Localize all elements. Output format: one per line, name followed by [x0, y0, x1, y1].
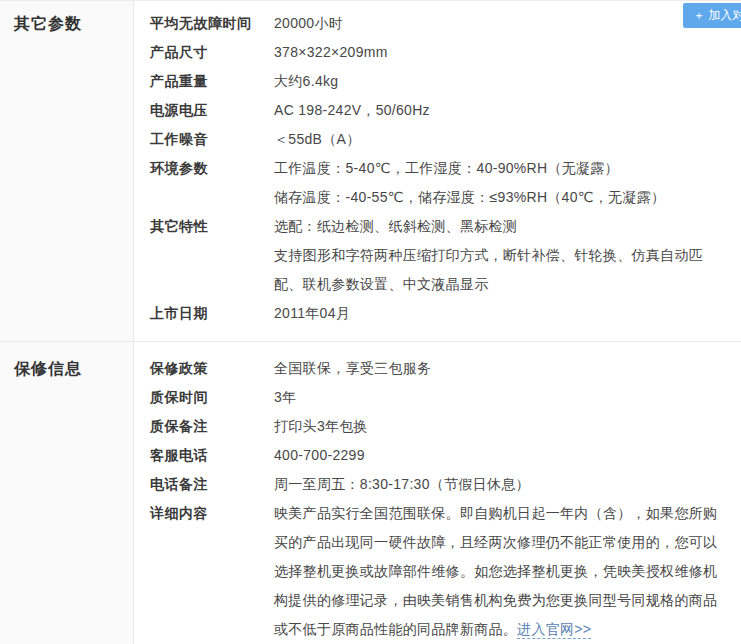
spec-value: 全国联保，享受三包服务 — [274, 354, 741, 383]
value-line: 周一至周五：8:30-17:30（节假日休息） — [274, 470, 741, 499]
spec-value: 大约6.4kg — [274, 67, 741, 96]
value-line: 全国联保，享受三包服务 — [274, 354, 741, 383]
spec-label: 保修政策 — [134, 354, 274, 383]
spec-label: 质保时间 — [134, 383, 274, 412]
spec-row: 工作噪音 ＜55dB（A） — [134, 125, 741, 154]
spec-row: 环境参数 工作温度：5-40℃，工作湿度：40-90%RH（无凝露）储存温度：-… — [134, 154, 741, 212]
section-rows: 平均无故障时间 20000小时 产品尺寸 378×322×209mm 产品重量 … — [134, 9, 741, 328]
spec-value: 打印头3年包换 — [274, 412, 741, 441]
spec-value: 20000小时 — [274, 9, 741, 38]
section-rows: 保修政策 全国联保，享受三包服务 质保时间 3年 质保备注 打印头3年包换 客服… — [134, 354, 741, 644]
value-line: 2011年04月 — [274, 299, 741, 328]
spec-row: 详细内容 映美产品实行全国范围联保。即自购机日起一年内（含），如果您所购买的产品… — [134, 499, 741, 644]
value-line: 储存温度：-40-55℃，储存湿度：≤93%RH（40℃，无凝露） — [274, 183, 741, 212]
spec-row: 产品重量 大约6.4kg — [134, 67, 741, 96]
value-line: 映美产品实行全国范围联保。即自购机日起一年内（含），如果您所购 — [274, 499, 741, 528]
spec-label: 电话备注 — [134, 470, 274, 499]
product-spec-page: 其它参数 平均无故障时间 20000小时 产品尺寸 378×322×209mm … — [0, 0, 741, 644]
spec-label: 产品尺寸 — [134, 38, 274, 67]
value-line: 选配：纸边检测、纸斜检测、黑标检测 — [274, 212, 741, 241]
spec-value: 映美产品实行全国范围联保。即自购机日起一年内（含），如果您所购买的产品出现同一硬… — [274, 499, 741, 644]
official-site-link[interactable]: 进入官网>> — [517, 621, 591, 639]
spec-row: 电源电压 AC 198-242V，50/60Hz — [134, 96, 741, 125]
spec-value: ＜55dB（A） — [274, 125, 741, 154]
spec-value: 400-700-2299 — [274, 441, 741, 470]
spec-label: 其它特性 — [134, 212, 274, 241]
spec-value: 选配：纸边检测、纸斜检测、黑标检测支持图形和字符两种压缩打印方式，断针补偿、针轮… — [274, 212, 741, 299]
spec-label: 环境参数 — [134, 154, 274, 183]
spec-value: AC 198-242V，50/60Hz — [274, 96, 741, 125]
spec-value: 2011年04月 — [274, 299, 741, 328]
spec-label: 工作噪音 — [134, 125, 274, 154]
value-line: 构提供的修理记录，由映美销售机构免费为您更换同型号同规格的商品 — [274, 586, 741, 615]
value-line: 378×322×209mm — [274, 38, 741, 67]
section-title: 其它参数 — [0, 9, 134, 38]
spec-row: 产品尺寸 378×322×209mm — [134, 38, 741, 67]
value-line: 配、联机参数设置、中文液晶显示 — [274, 270, 741, 299]
value-line: ＜55dB（A） — [274, 125, 741, 154]
spec-row: 上市日期 2011年04月 — [134, 299, 741, 328]
spec-label: 详细内容 — [134, 499, 274, 528]
value-line: 打印头3年包换 — [274, 412, 741, 441]
value-line: 买的产品出现同一硬件故障，且经两次修理仍不能正常使用的，您可以 — [274, 528, 741, 557]
value-line: 工作温度：5-40℃，工作湿度：40-90%RH（无凝露） — [274, 154, 741, 183]
spec-label: 客服电话 — [134, 441, 274, 470]
spec-section: 其它参数 平均无故障时间 20000小时 产品尺寸 378×322×209mm … — [0, 1, 741, 342]
value-line: 选择整机更换或故障部件维修。如您选择整机更换，凭映美授权维修机 — [274, 557, 741, 586]
spec-sections: 其它参数 平均无故障时间 20000小时 产品尺寸 378×322×209mm … — [0, 1, 741, 644]
spec-label: 质保备注 — [134, 412, 274, 441]
value-line: 20000小时 — [274, 9, 741, 38]
spec-row: 客服电话 400-700-2299 — [134, 441, 741, 470]
section-title: 保修信息 — [0, 354, 134, 383]
value-line: 400-700-2299 — [274, 441, 741, 470]
value-line: 支持图形和字符两种压缩打印方式，断针补偿、针轮换、仿真自动匹 — [274, 241, 741, 270]
value-line: 大约6.4kg — [274, 67, 741, 96]
spec-row: 平均无故障时间 20000小时 — [134, 9, 741, 38]
spec-label: 电源电压 — [134, 96, 274, 125]
spec-row: 其它特性 选配：纸边检测、纸斜检测、黑标检测支持图形和字符两种压缩打印方式，断针… — [134, 212, 741, 299]
spec-value: 3年 — [274, 383, 741, 412]
spec-section: 保修信息 保修政策 全国联保，享受三包服务 质保时间 3年 质保备注 打印头3年… — [0, 342, 741, 644]
value-line: 或不低于原商品性能的同品牌新商品。进入官网>> — [274, 615, 741, 644]
spec-value: 378×322×209mm — [274, 38, 741, 67]
spec-row: 质保备注 打印头3年包换 — [134, 412, 741, 441]
spec-label: 平均无故障时间 — [134, 9, 274, 38]
spec-value: 工作温度：5-40℃，工作湿度：40-90%RH（无凝露）储存温度：-40-55… — [274, 154, 741, 212]
spec-row: 质保时间 3年 — [134, 383, 741, 412]
spec-label: 上市日期 — [134, 299, 274, 328]
spec-row: 保修政策 全国联保，享受三包服务 — [134, 354, 741, 383]
value-line: 3年 — [274, 383, 741, 412]
spec-label: 产品重量 — [134, 67, 274, 96]
spec-value: 周一至周五：8:30-17:30（节假日休息） — [274, 470, 741, 499]
spec-row: 电话备注 周一至周五：8:30-17:30（节假日休息） — [134, 470, 741, 499]
add-to-compare-button[interactable]: ＋ 加入对比 — [683, 3, 741, 28]
value-line: AC 198-242V，50/60Hz — [274, 96, 741, 125]
